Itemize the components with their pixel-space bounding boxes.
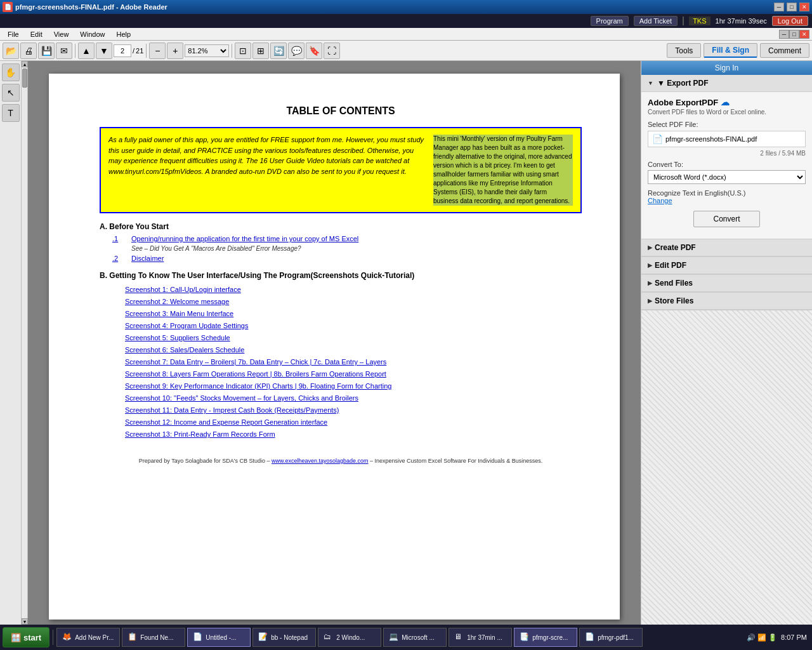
taskbar-item-0[interactable]: 🦊 Add New Pr... — [56, 628, 120, 647]
page-separator: / — [133, 47, 134, 55]
next-page-button[interactable]: ▼ — [96, 43, 112, 59]
text-tool[interactable]: T — [2, 104, 20, 122]
screenshot-link-7[interactable]: Screenshot 7: Data Entry – Broilers| 7b.… — [125, 358, 386, 366]
fill-sign-button[interactable]: Fill & Sign — [704, 43, 757, 58]
screenshot-link-1[interactable]: Screenshot 1: Call-Up/Login interface — [125, 286, 241, 293]
fit-page-button[interactable]: ⊡ — [235, 43, 251, 59]
menu-view[interactable]: View — [49, 29, 74, 39]
change-language-link[interactable]: Change — [648, 197, 672, 204]
save-button[interactable]: 💾 — [38, 43, 55, 59]
tks-label: TKS — [689, 17, 710, 25]
taskbar-item-4[interactable]: 🗂 2 Windo... — [318, 628, 381, 647]
screenshot-link-11[interactable]: Screenshot 11: Data Entry - Imprest Cash… — [125, 406, 339, 414]
file-size: 2 files / 5.94 MB — [648, 150, 806, 157]
screenshot-link-12[interactable]: Screenshot 12: Income and Expense Report… — [125, 418, 327, 426]
taskbar-item-3[interactable]: 📝 bb - Notepad — [252, 628, 316, 647]
item-2-link[interactable]: Disclaimer — [131, 255, 164, 262]
comment-tab-button[interactable]: Comment — [760, 43, 809, 58]
screenshot-item-12: Screenshot 12: Income and Expense Report… — [125, 418, 582, 427]
open-button[interactable]: 📂 — [3, 43, 19, 59]
zoom-in-button[interactable]: + — [167, 43, 183, 59]
hand-tool[interactable]: ✋ — [2, 63, 20, 81]
export-pdf-header[interactable]: ▼ ▼ Export PDF — [641, 75, 812, 92]
maximize-button[interactable]: □ — [787, 3, 797, 11]
item-1-sub: See – Did You Get A "Macros Are Disabled… — [131, 245, 582, 252]
comment-button[interactable]: 💬 — [288, 43, 304, 59]
scroll-thumb[interactable] — [22, 69, 27, 88]
create-pdf-label: Create PDF — [655, 243, 696, 252]
menu-edit[interactable]: Edit — [25, 29, 48, 39]
menu-help[interactable]: Help — [111, 29, 136, 39]
screenshot-link-6[interactable]: Screenshot 6: Sales/Dealers Schedule — [125, 346, 244, 354]
item-1-num[interactable]: .1 — [112, 235, 131, 242]
right-panel: Sign In ▼ ▼ Export PDF Adobe ExportPDF ☁… — [641, 61, 812, 625]
taskbar-icon-3: 📝 — [258, 632, 268, 642]
minimize-button[interactable]: ─ — [774, 3, 784, 11]
edit-pdf-header[interactable]: ▶ Edit PDF — [641, 257, 812, 274]
edit-pdf-label: Edit PDF — [655, 261, 686, 270]
stamp-button[interactable]: 🔖 — [306, 43, 322, 59]
toolbar-separator-3 — [232, 44, 232, 58]
screenshot-link-9[interactable]: Screenshot 9: Key Performance Indicator … — [125, 382, 391, 390]
section-b-title: B. Getting To Know The User Interface/Us… — [100, 271, 582, 280]
menu-file[interactable]: File — [3, 29, 24, 39]
screenshot-link-2[interactable]: Screenshot 2: Welcome message — [125, 298, 229, 305]
zoom-out-button[interactable]: − — [149, 43, 166, 59]
add-ticket-button[interactable]: Add Ticket — [634, 16, 678, 26]
close-button[interactable]: ✕ — [799, 3, 809, 11]
pdf-page: TABLE OF CONTENTS As a fully paid owner … — [49, 74, 620, 620]
screenshot-item-7: Screenshot 7: Data Entry – Broilers| 7b.… — [125, 357, 582, 366]
fit-width-button[interactable]: ⊞ — [252, 43, 269, 59]
taskbar-item-2[interactable]: 📄 Untitled -... — [187, 628, 251, 647]
menu-window[interactable]: Window — [75, 29, 110, 39]
logout-button[interactable]: Log Out — [772, 16, 808, 26]
taskbar-item-7[interactable]: 📑 pfmgr-scre... — [514, 628, 577, 647]
taskbar-item-5[interactable]: 💻 Microsoft ... — [383, 628, 447, 647]
scroll-up-arrow[interactable]: ▲ — [22, 61, 28, 67]
item-1-link[interactable]: Opening/running the application for the … — [131, 235, 358, 242]
screenshot-link-3[interactable]: Screenshot 3: Main Menu Interface — [125, 310, 233, 317]
screenshot-link-13[interactable]: Screenshot 13: Print-Ready Farm Records … — [125, 430, 275, 438]
page-number-input[interactable] — [114, 44, 131, 57]
create-pdf-header[interactable]: ▶ Create PDF — [641, 239, 812, 256]
info-box: As a fully paid owner of this app, you a… — [100, 127, 582, 213]
prev-page-button[interactable]: ▲ — [78, 43, 95, 59]
footer-link[interactable]: www.excelheaven.tayosolagbade.com — [272, 458, 369, 464]
taskbar-label-0: Add New Pr... — [75, 634, 114, 641]
export-pdf-section: ▼ ▼ Export PDF Adobe ExportPDF ☁ Convert… — [641, 75, 812, 239]
inner-close[interactable]: ✕ — [799, 30, 809, 39]
taskbar-item-1[interactable]: 📋 Found Ne... — [122, 628, 185, 647]
inner-minimize[interactable]: ─ — [779, 30, 789, 39]
vertical-scrollbar[interactable]: ▲ ▼ — [22, 61, 28, 625]
tools-button[interactable]: Tools — [667, 43, 701, 58]
fullscreen-button[interactable]: ⛶ — [324, 43, 340, 59]
screenshot-link-10[interactable]: Screenshot 10: "Feeds" Stocks Movement –… — [125, 394, 358, 402]
screenshot-link-5[interactable]: Screenshot 5: Suppliers Schedule — [125, 334, 230, 342]
taskbar-item-6[interactable]: 🖥 1hr 37min ... — [449, 628, 512, 647]
toc-title: TABLE OF CONTENTS — [100, 105, 582, 117]
screenshot-link-8[interactable]: Screenshot 8: Layers Farm Operations Rep… — [125, 370, 386, 378]
item-2-num[interactable]: .2 — [112, 255, 131, 262]
email-button[interactable]: ✉ — [56, 43, 72, 59]
store-files-header[interactable]: ▶ Store Files — [641, 293, 812, 310]
screenshot-item-3: Screenshot 3: Main Menu Interface — [125, 309, 582, 318]
send-files-header[interactable]: ▶ Send Files — [641, 275, 812, 292]
select-tool[interactable]: ↖ — [2, 84, 20, 102]
inner-restore[interactable]: □ — [789, 30, 799, 39]
print-setup-button[interactable]: 🖨 — [20, 43, 37, 59]
start-button[interactable]: 🪟 start — [3, 627, 49, 647]
convert-button[interactable]: Convert — [693, 211, 759, 227]
program-button[interactable]: Program — [591, 16, 629, 26]
taskbar-label-8: pfmgr-pdf1... — [598, 634, 634, 641]
taskbar-icon-5: 💻 — [389, 632, 399, 642]
sign-in-link[interactable]: Sign In — [641, 61, 812, 75]
collapsed-icon-3: ▶ — [648, 280, 652, 286]
rotate-button[interactable]: 🔄 — [270, 43, 287, 59]
taskbar-item-8[interactable]: 📄 pfmgr-pdf1... — [579, 628, 643, 647]
convert-to-select[interactable]: Microsoft Word (*.docx)Microsoft Excel (… — [648, 170, 806, 184]
taskbar-icon-2: 📄 — [193, 632, 203, 642]
zoom-select[interactable]: 81.2% — [185, 44, 229, 57]
recognize-text-label: Recognize Text in English(U.S.) Change — [648, 189, 806, 204]
screenshot-link-4[interactable]: Screenshot 4: Program Update Settings — [125, 322, 248, 329]
scroll-down-arrow[interactable]: ▼ — [22, 618, 28, 625]
